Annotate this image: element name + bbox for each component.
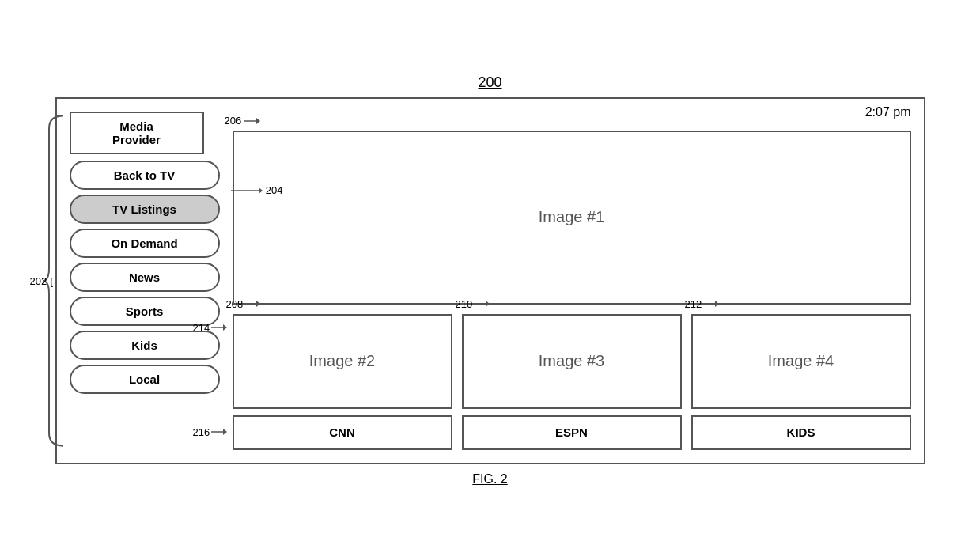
kids-label-box: KIDS [691,415,911,450]
ref-210-label: 210 [456,298,490,310]
ref-202-label: 202 { [30,274,54,286]
image4-box: Image #4 [691,314,911,409]
diagram-container: 200 2:07 pm 202 { Media Provider [55,74,925,486]
espn-label-box: ESPN [462,415,682,450]
arrow-212-icon [703,298,719,309]
image2-box: Image #2 [233,314,452,409]
svg-marker-9 [223,429,227,435]
ref-206-label: 206 [225,115,260,128]
news-button[interactable]: News [70,263,220,292]
back-to-tv-button[interactable]: Back to TV [70,161,220,190]
svg-marker-7 [223,324,227,331]
local-button[interactable]: Local [70,365,220,394]
arrow-210-icon [474,298,490,309]
image4-cell: 212 Image #4 KIDS [691,314,911,450]
arrow-216-icon [211,426,227,437]
bottom-image-row: 208 214 Image #2 216 [233,314,911,450]
arrow-214-icon [211,322,227,333]
figure-label: FIG. 2 [472,472,507,486]
ref-214-label: 214 [193,322,228,334]
ref-216-label: 216 [193,426,228,438]
sidebar-wrapper: 202 { Media Provider 204 Back to TV TV L… [70,112,220,450]
media-provider-button[interactable]: Media Provider [70,112,204,154]
image3-cell: 210 Image #3 ESPN [462,314,682,450]
svg-marker-11 [486,301,490,307]
image1-container: 206 Image #1 [233,131,911,305]
image3-box: Image #3 [462,314,682,409]
svg-marker-13 [715,301,719,307]
image2-cell: 208 214 Image #2 216 [233,314,452,450]
main-box: 2:07 pm 202 { Media Provider 204 [55,97,925,464]
bottom-row-wrapper: 208 214 Image #2 216 [233,314,911,450]
right-content-area: 206 Image #1 208 [233,112,911,450]
svg-marker-5 [256,301,260,307]
image3-label: Image #3 [539,352,604,370]
svg-marker-3 [256,118,260,124]
image1-label: Image #1 [539,208,604,226]
tv-listings-button[interactable]: TV Listings [70,195,220,224]
ref-208-label: 208 [226,298,261,310]
kids-button[interactable]: Kids [70,331,220,360]
cnn-label-box: CNN [233,415,452,450]
arrow-206-icon [244,115,260,127]
arrow-208-icon [244,298,260,309]
image2-label: Image #2 [309,352,375,370]
time-display: 2:07 pm [865,105,911,119]
top-ref-label: 200 [478,74,501,91]
sidebar-nav-items: 204 Back to TV TV Listings On Demand New… [70,161,220,395]
ref-212-label: 212 [685,298,720,310]
image4-label: Image #4 [768,352,834,370]
image1-box: Image #1 [233,131,911,305]
on-demand-button[interactable]: On Demand [70,229,220,258]
